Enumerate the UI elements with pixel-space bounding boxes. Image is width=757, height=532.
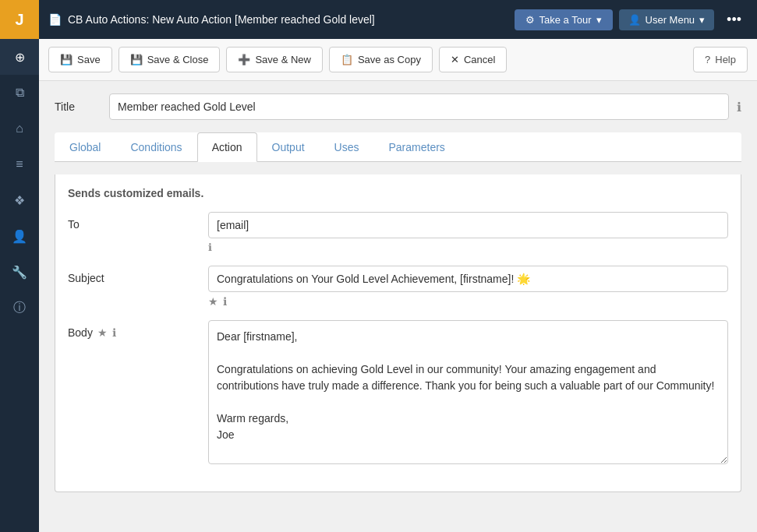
chevron-down-icon: ▾ — [699, 14, 705, 26]
sidebar-item-tools[interactable]: 🔧 — [0, 254, 39, 290]
subject-info-icon: ℹ — [223, 295, 227, 308]
body-info-icon: ℹ — [112, 326, 116, 339]
tab-parameters[interactable]: Parameters — [373, 132, 459, 162]
tab-global[interactable]: Global — [55, 132, 115, 162]
tab-action[interactable]: Action — [197, 132, 257, 162]
save-copy-button[interactable]: 📋 Save as Copy — [329, 47, 433, 72]
sidebar-item-components[interactable]: ❖ — [0, 182, 39, 218]
save-button[interactable]: 💾 Save — [48, 47, 112, 72]
main-area: 📄 CB Auto Actions: New Auto Action [Memb… — [39, 0, 757, 532]
title-label: Title — [55, 100, 101, 113]
save-close-icon: 💾 — [130, 54, 143, 65]
tab-output[interactable]: Output — [257, 132, 320, 162]
action-form: Sends customized emails. To ℹ Subject ★ — [55, 174, 741, 492]
subject-label: Subject — [68, 266, 208, 308]
body-label-row: Body ★ ℹ — [68, 320, 208, 467]
to-field-row: To ℹ — [68, 212, 728, 253]
sidebar-item-extensions[interactable]: ⧉ — [0, 75, 39, 111]
copy-icon: 📋 — [341, 54, 353, 65]
topbar: 📄 CB Auto Actions: New Auto Action [Memb… — [39, 0, 757, 39]
help-icon: ? — [705, 54, 710, 65]
save-close-button[interactable]: 💾 Save & Close — [119, 47, 221, 72]
tab-bar: Global Conditions Action Output Uses Par… — [55, 132, 741, 162]
body-content: Dear [firstname], Congratulations on ach… — [208, 320, 728, 467]
topbar-title-area: 📄 CB Auto Actions: New Auto Action [Memb… — [48, 13, 507, 26]
save-new-button[interactable]: ➕ Save & New — [226, 47, 323, 72]
subject-star-icon[interactable]: ★ — [208, 295, 218, 308]
user-menu-button[interactable]: 👤 User Menu ▾ — [619, 9, 715, 30]
title-row: Title ℹ — [55, 93, 741, 120]
to-info-icon: ℹ — [208, 241, 212, 253]
body-label-text: Body — [68, 326, 93, 339]
chevron-down-icon: ▾ — [596, 14, 602, 26]
sidebar-item-users[interactable]: 👤 — [0, 218, 39, 254]
title-input[interactable] — [109, 93, 729, 120]
more-options-button[interactable]: ••• — [720, 9, 748, 31]
cancel-icon: ✕ — [451, 54, 459, 65]
user-icon: 👤 — [628, 14, 641, 26]
sidebar: J ⊕ ⧉ ⌂ ≡ ❖ 👤 🔧 ⓘ — [0, 0, 39, 532]
save-icon: 💾 — [60, 54, 73, 65]
page-title: CB Auto Actions: New Auto Action [Member… — [68, 13, 375, 26]
tab-conditions[interactable]: Conditions — [115, 132, 196, 162]
sidebar-item-articles[interactable]: ≡ — [0, 146, 39, 182]
toolbar: 💾 Save 💾 Save & Close ➕ Save & New 📋 Sav… — [39, 39, 757, 81]
form-description: Sends customized emails. — [68, 187, 728, 199]
to-input[interactable] — [208, 212, 728, 238]
to-label: To — [68, 212, 208, 253]
cancel-button[interactable]: ✕ Cancel — [439, 47, 507, 72]
sidebar-item-home[interactable]: ⌂ — [0, 111, 39, 146]
content-area: Title ℹ Global Conditions Action Output … — [39, 81, 757, 532]
subject-input[interactable] — [208, 266, 728, 292]
body-textarea[interactable]: Dear [firstname], Congratulations on ach… — [208, 320, 728, 464]
subject-icons: ★ ℹ — [208, 295, 728, 308]
sidebar-item-dashboard[interactable]: ⊕ — [0, 39, 39, 75]
subject-field-row: Subject ★ ℹ — [68, 266, 728, 308]
tour-icon: ⚙ — [525, 14, 535, 26]
app-logo[interactable]: J — [0, 0, 39, 39]
document-icon: 📄 — [48, 13, 62, 26]
sidebar-item-info[interactable]: ⓘ — [0, 290, 39, 326]
save-new-icon: ➕ — [238, 54, 250, 65]
tab-uses[interactable]: Uses — [320, 132, 374, 162]
subject-content: ★ ℹ — [208, 266, 728, 308]
to-content: ℹ — [208, 212, 728, 253]
topbar-actions: ⚙ Take a Tour ▾ 👤 User Menu ▾ ••• — [515, 9, 748, 31]
take-tour-button[interactable]: ⚙ Take a Tour ▾ — [515, 9, 613, 30]
body-star-icon[interactable]: ★ — [97, 326, 108, 339]
body-field-row: Body ★ ℹ Dear [firstname], Congratulatio… — [68, 320, 728, 467]
to-hint: ℹ — [208, 241, 728, 253]
title-info-icon: ℹ — [737, 100, 741, 115]
help-button[interactable]: ? Help — [693, 47, 748, 72]
